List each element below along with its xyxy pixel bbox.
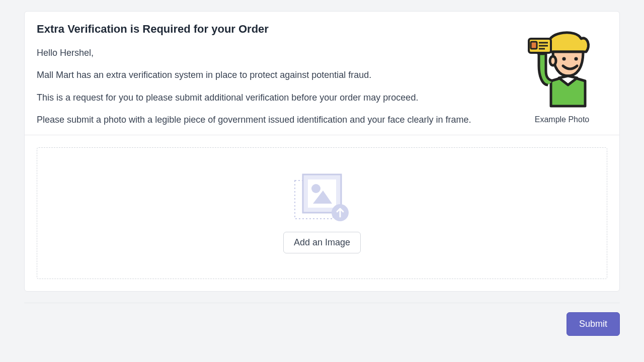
svg-point-12 [311,184,320,193]
svg-point-0 [550,56,556,65]
card-header: Extra Verification is Required for your … [25,12,619,135]
upload-placeholder-icon [292,173,352,221]
paragraph-3: Please submit a photo with a legible pie… [37,114,507,126]
verification-card: Extra Verification is Required for your … [24,11,620,292]
add-image-button[interactable]: Add an Image [283,232,361,253]
submit-button[interactable]: Submit [567,312,620,336]
card-body: Add an Image [25,135,619,291]
svg-point-1 [562,57,566,60]
greeting-text: Hello Hershel, [37,47,507,59]
paragraph-1: Mall Mart has an extra verification syst… [37,69,507,81]
example-photo-block: Example Photo [517,23,607,126]
page-title: Extra Verification is Required for your … [37,23,507,36]
svg-point-2 [574,57,578,60]
upload-dropzone[interactable]: Add an Image [37,147,607,279]
example-caption: Example Photo [517,115,607,124]
example-photo-icon [527,26,597,111]
paragraph-2: This is a request for you to please subm… [37,92,507,104]
actions-bar: Submit [24,312,620,336]
divider [24,303,620,303]
svg-rect-5 [531,42,537,49]
